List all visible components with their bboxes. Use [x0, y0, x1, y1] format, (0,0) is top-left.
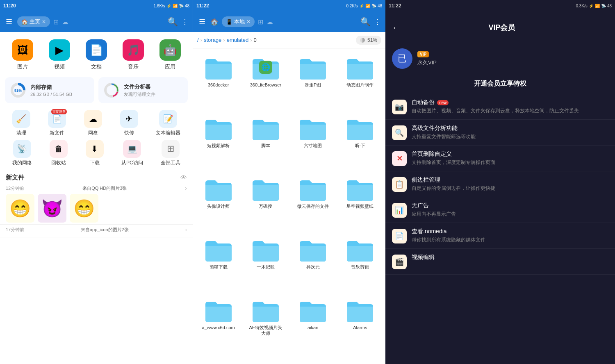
folder-touzixiangshi[interactable]: 头像设计师 [195, 173, 242, 234]
benefit-sidebar[interactable]: 📋 侧边栏管理 自定义你的专属侧边栏，让操作更快捷 [385, 171, 615, 197]
list-icon: 📋 [395, 180, 404, 189]
folder-weiyun[interactable]: 微云保存的文件 [289, 173, 337, 234]
folder-awww[interactable]: a_www.x6d.com [195, 294, 242, 361]
category-docs[interactable]: 📄 文档 [86, 39, 107, 71]
battery-3: 48 [607, 4, 612, 8]
tool-texteditor[interactable]: 📝 文本编辑器 [156, 110, 180, 136]
folder-tingxia[interactable]: 听·下 [337, 112, 384, 173]
analyzer-info: 文件分析器 发现可清理文件 [124, 83, 155, 98]
benefit-no-ads[interactable]: 📊 无广告 应用内不再显示广告 [385, 197, 615, 223]
storage-title: 内部存储 [30, 84, 72, 91]
storage-used: 26.32 GB / 51.54 GB [30, 92, 72, 97]
file-time-2: 17分钟前 [6, 227, 24, 233]
cloud-icon-1[interactable]: ☁ [62, 18, 68, 26]
folder-jiaoben[interactable]: 脚本 [242, 112, 289, 173]
benefit-home-customize[interactable]: ✕ 首页删除自定义 支持删除首页，深度定制专属操作页面 [385, 146, 615, 171]
tool-kuaichuan[interactable]: ✈ 快传 [120, 110, 138, 136]
benefit-advanced-analysis[interactable]: 🔍 高级文件分析功能 支持重复文件智能筛选等功能 [385, 120, 615, 146]
bread-root[interactable]: / [197, 37, 199, 43]
panel-vip: 11:22 0.3K/s ⚡ 📶 📡 48 ← VIP会员 已 VIP 永久VI… [385, 0, 615, 364]
nomedia-icon: 📄 [392, 229, 407, 243]
netdisk-icon-bg: ☁ [84, 110, 102, 128]
home-tab-close[interactable]: ✕ [42, 19, 46, 25]
internal-storage-card[interactable]: 51% 内部存储 26.32 GB / 51.54 GB [5, 77, 94, 103]
folder-alarms[interactable]: Alarms [337, 294, 384, 361]
tool-mynet[interactable]: 📡 我的网络 [12, 140, 32, 166]
storage-usage-badge[interactable]: 51% [356, 36, 381, 45]
folder-wancisou[interactable]: 万磁搜 [242, 173, 289, 234]
eye-icon[interactable]: 👁 [180, 174, 187, 182]
folder-baozouptu[interactable]: 暴走P图 [289, 52, 337, 112]
benefit-video-edit[interactable]: 🎬 视频编辑 [385, 249, 615, 275]
vip-badge: VIP [417, 51, 429, 57]
home-nav-icon[interactable]: 🏠 [210, 18, 219, 26]
file-group-1[interactable]: 12分钟前 来自QQ HD的图片3张 › 😁 😈 😁 [0, 183, 193, 225]
bread-storage[interactable]: storage [204, 37, 221, 43]
folder-360docker[interactable]: 360docker [195, 52, 242, 112]
folder-xingkong[interactable]: 星空视频壁纸 [337, 173, 384, 234]
folder-aikan[interactable]: aikan [289, 294, 337, 361]
benefit-nomedia[interactable]: 📄 查看.nomedia 帮你找到所有系统隐藏的媒体文件 [385, 223, 615, 249]
analysis-text: 高级文件分析功能 支持重复文件智能筛选等功能 [412, 125, 608, 140]
folder-yimu[interactable]: 一木记账 [242, 234, 289, 294]
local-tab-close[interactable]: ✕ [246, 19, 251, 25]
category-photos[interactable]: 🖼 图片 [12, 39, 33, 71]
clean-icon-bg: 🧹 [12, 110, 30, 128]
vip-badge-row: VIP [417, 51, 437, 57]
signal-icon-3: 📶 [595, 4, 600, 8]
menu-btn-2[interactable]: ☰ [197, 16, 207, 28]
battery-2: 48 [378, 4, 382, 8]
search-btn-2[interactable]: 🔍 [360, 17, 371, 27]
benefit-auto-backup[interactable]: 📷 自动备份 new 自动把图片、视频、音频、文件夹保存到云盘，释放本地空间，防… [385, 94, 615, 120]
home-tab[interactable]: 🏠 主页 ✕ [17, 16, 50, 27]
more-btn-1[interactable]: ⋮ [181, 17, 189, 26]
folder-aetexiao[interactable]: AE特效视频片头大师 [242, 294, 289, 361]
category-video[interactable]: ▶ 视频 [49, 39, 70, 71]
bt-icon-3: ⚡ [589, 4, 594, 8]
tool-recycle[interactable]: 🗑 回收站 [50, 140, 68, 166]
folder-duanshipin[interactable]: 短视频解析 [195, 112, 242, 173]
tool-pcaccess[interactable]: 💻 从PC访问 [121, 140, 143, 166]
search-btn-1[interactable]: 🔍 [168, 17, 178, 27]
status-time-2: 11:22 [196, 3, 209, 9]
tool-alltools[interactable]: ⊞ 全部工具 [161, 140, 180, 166]
folder-name-panda: 熊猫下载 [210, 264, 228, 270]
folder-dongtai[interactable]: 动态图片制作 [337, 52, 384, 112]
bread-emulated[interactable]: emulated [227, 37, 248, 43]
folder-360litebrowser[interactable]: 🌐 360LiteBrowser [242, 52, 289, 112]
category-music[interactable]: 🎵 音乐 [123, 39, 144, 71]
category-apps[interactable]: 🤖 应用 [159, 39, 181, 71]
sidebar-title: 侧边栏管理 [412, 176, 608, 184]
signal-icon-2: 📶 [365, 4, 370, 8]
tool-clean[interactable]: 🧹 清理 [12, 110, 30, 136]
tool-newfile[interactable]: 📄 百度网盘 新文件 [48, 110, 66, 136]
video-icon: ▶ [55, 44, 64, 57]
menu-btn-1[interactable]: ☰ [4, 16, 14, 28]
folder-yinyue[interactable]: 音乐剪辑 [337, 234, 384, 294]
grid-icon-2[interactable]: ⊞ [258, 18, 263, 26]
tool-download[interactable]: ⬇ 下载 [86, 140, 104, 166]
folder-name-ae: AE特效视频片头大师 [248, 325, 284, 337]
signal-icon: 📶 [173, 4, 178, 8]
back-button[interactable]: ← [392, 23, 400, 32]
wifi-icon: 📡 [179, 4, 184, 8]
tool-netdisk[interactable]: ☁ 网盘 [84, 110, 102, 136]
thumb-1-2: 😈 [38, 194, 66, 223]
cloud-icon-2[interactable]: ☁ [266, 18, 273, 26]
more-btn-2[interactable]: ⋮ [374, 17, 381, 26]
file-group-2[interactable]: 17分钟前 来自app_icon的图片2张 › [0, 225, 193, 237]
benefits-title: 开通会员立享特权 [385, 74, 615, 94]
video-edit-icon: 🎬 [392, 255, 407, 269]
panel-files: 11:22 0.2K/s ⚡ 📶 📡 48 ☰ 🏠 📱 本地 ✕ ⊞ ☁ 🔍 ⋮… [193, 0, 385, 364]
folder-name-xingkong: 星空视频壁纸 [346, 203, 374, 209]
folder-liucundi[interactable]: 六寸地图 [289, 112, 337, 173]
file-analyzer-card[interactable]: 文件分析器 发现可清理文件 [98, 77, 188, 103]
sidebar-desc: 自定义你的专属侧边栏，让操作更快捷 [412, 185, 608, 192]
folder-yiciyuan[interactable]: 异次元 [289, 234, 337, 294]
local-tab[interactable]: 📱 本地 ✕ [222, 16, 255, 27]
folder-panda[interactable]: 熊猫下载 [195, 234, 242, 294]
grid-icon-1[interactable]: ⊞ [53, 18, 59, 26]
home-customize-desc: 支持删除首页，深度定制专属操作页面 [412, 159, 608, 166]
magnify-icon: 🔍 [395, 128, 404, 137]
netdisk-icon: ☁ [89, 114, 97, 124]
